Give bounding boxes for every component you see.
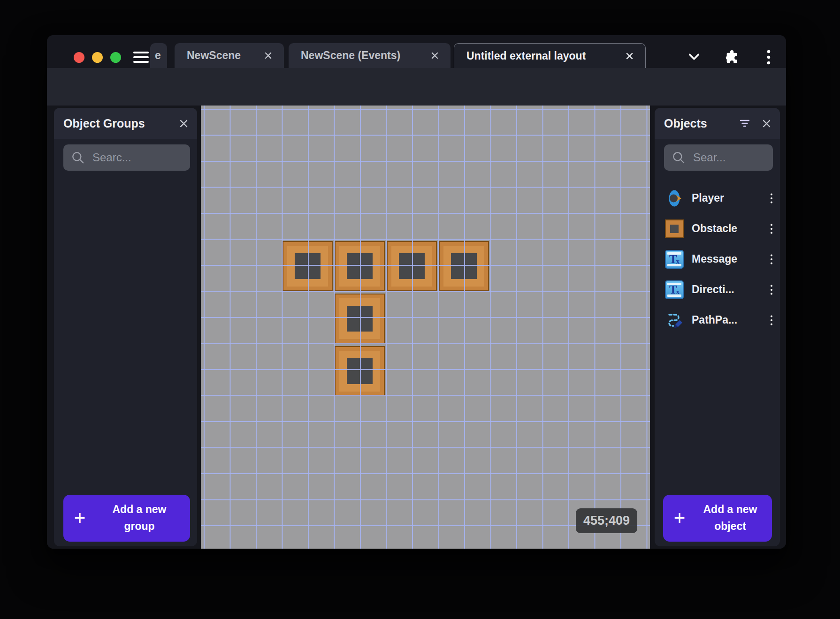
object-menu-icon[interactable]: [770, 222, 773, 235]
tab-untitled-external-layout[interactable]: Untitled external layout: [454, 43, 646, 68]
object-name: Obstacle: [692, 222, 762, 235]
text-object-icon: Tx: [665, 280, 684, 299]
object-menu-icon[interactable]: [770, 283, 773, 296]
hamburger-icon[interactable]: [133, 51, 149, 64]
fullscreen-window-button[interactable]: [110, 52, 121, 63]
scene-canvas[interactable]: 455;409: [201, 106, 650, 549]
object-menu-icon[interactable]: [770, 253, 773, 266]
editor-content: 455;409 Object Groups + Add a new group …: [47, 106, 786, 549]
close-icon[interactable]: [180, 120, 188, 128]
obstacle-instance[interactable]: [335, 346, 385, 396]
toolbar: Preview Publish: [47, 68, 786, 106]
tab-label: NewScene (Events): [301, 49, 418, 62]
path-paint-icon: [665, 311, 684, 330]
tab-newscene-events[interactable]: NewScene (Events): [289, 43, 451, 68]
close-icon[interactable]: [265, 52, 272, 59]
object-name: Message: [692, 253, 762, 265]
minimize-window-button[interactable]: [92, 52, 103, 63]
object-menu-icon[interactable]: [770, 314, 773, 327]
objects-title: Objects: [664, 117, 707, 130]
text-object-icon: Tx: [665, 250, 684, 269]
filter-icon[interactable]: [739, 118, 750, 129]
tab-label: NewScene: [187, 49, 252, 62]
object-menu-icon[interactable]: [770, 192, 773, 205]
object-groups-search[interactable]: [63, 144, 190, 171]
objects-list: Player Obstacle Tx Message Tx Directi...…: [655, 183, 780, 335]
chevron-down-icon[interactable]: [687, 49, 702, 64]
obstacle-instance[interactable]: [387, 241, 437, 291]
object-list-item[interactable]: Tx Directi...: [655, 274, 780, 305]
puzzle-icon[interactable]: [725, 49, 740, 64]
titlebar: e NewScene NewScene (Events) Untitled ex…: [47, 35, 786, 68]
object-list-item[interactable]: Tx Message: [655, 244, 780, 274]
add-object-button[interactable]: + Add a new object: [663, 495, 772, 542]
tab-partial[interactable]: e: [150, 43, 167, 68]
add-group-button[interactable]: + Add a new group: [63, 495, 190, 542]
close-icon[interactable]: [763, 120, 771, 128]
plus-icon: +: [663, 508, 696, 528]
obstacle-icon: [665, 219, 684, 238]
object-list-item[interactable]: Obstacle: [655, 213, 780, 244]
obstacle-instance[interactable]: [335, 241, 385, 291]
object-groups-panel: Object Groups + Add a new group: [54, 108, 197, 546]
object-name: Player: [692, 192, 762, 204]
grid-overlay: [201, 106, 650, 549]
search-icon: [672, 151, 686, 165]
tab-newscene[interactable]: NewScene: [175, 43, 284, 68]
tab-label: Untitled external layout: [466, 50, 613, 62]
obstacle-instance[interactable]: [335, 294, 385, 344]
tab-partial-label: e: [155, 49, 161, 62]
plus-icon: +: [63, 508, 96, 528]
kebab-menu-icon[interactable]: [766, 49, 771, 65]
object-list-item[interactable]: Player: [655, 183, 780, 213]
object-name: Directi...: [692, 283, 762, 296]
object-list-item[interactable]: PathPa...: [655, 305, 780, 335]
search-input[interactable]: [693, 151, 765, 164]
player-icon: [665, 189, 684, 208]
app-window: e NewScene NewScene (Events) Untitled ex…: [47, 35, 786, 549]
objects-search[interactable]: [664, 144, 773, 171]
cursor-coordinates-badge: 455;409: [576, 508, 637, 533]
obstacle-instance[interactable]: [439, 241, 489, 291]
object-name: PathPa...: [692, 314, 762, 326]
objects-panel: Objects Player Obstacle Tx Message Tx Di…: [655, 108, 780, 546]
close-icon[interactable]: [431, 52, 438, 59]
object-groups-title: Object Groups: [63, 117, 145, 130]
search-input[interactable]: [92, 151, 183, 164]
close-icon[interactable]: [626, 53, 633, 60]
search-icon: [71, 151, 85, 165]
close-window-button[interactable]: [74, 52, 84, 63]
obstacle-instance[interactable]: [283, 241, 333, 291]
